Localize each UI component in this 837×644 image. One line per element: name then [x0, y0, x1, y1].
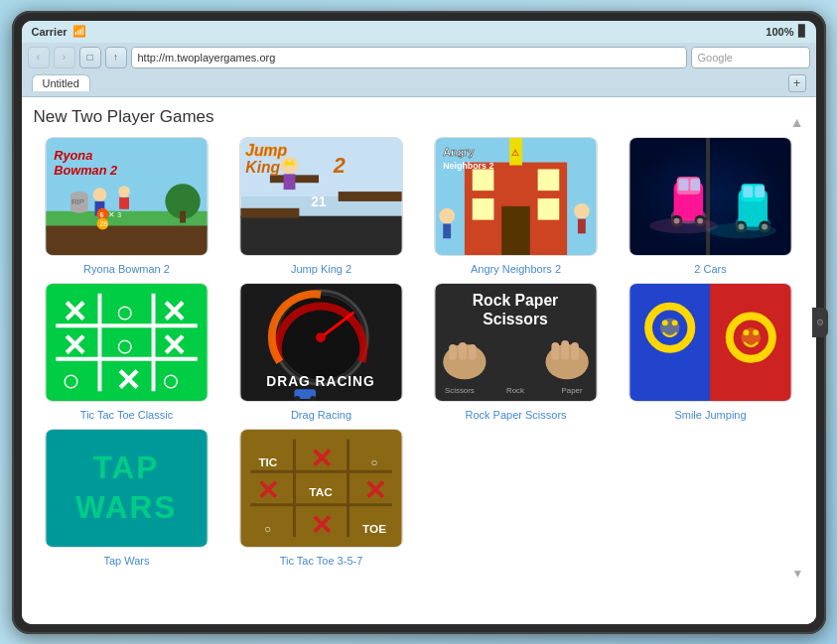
- game-card-tic-tac-toe-classic[interactable]: ✕ ○ ✕ ✕ ○ ✕ ○ ✕ ○ Tic Tac Toe Classic: [34, 283, 220, 421]
- svg-text:Neighbors 2: Neighbors 2: [443, 161, 493, 171]
- game-card-rock-paper-scissors[interactable]: Rock Paper Scissors: [423, 283, 610, 421]
- svg-rect-42: [443, 223, 451, 238]
- game-card-tap-wars[interactable]: TAP WARS Tap Wars: [34, 429, 220, 567]
- svg-text:Ryona: Ryona: [54, 147, 92, 162]
- svg-rect-37: [473, 197, 494, 219]
- back-button[interactable]: ‹: [28, 47, 50, 68]
- game-card-ryona-bowman-2[interactable]: Ryona Bowman 2 RIP 6: [34, 137, 220, 275]
- side-knob[interactable]: ⚙: [812, 308, 828, 337]
- svg-text:○: ○: [115, 295, 134, 329]
- svg-rect-102: [551, 342, 559, 360]
- ipad-frame: ⚙ Carrier 📶 100% ▊ ‹ ›: [12, 11, 826, 634]
- game-card-angry-neighbors-2[interactable]: Angry Neighbors 2 ⚠ Angry Neighbo: [423, 137, 610, 275]
- svg-text:✕: ✕: [108, 209, 115, 218]
- svg-text:21: 21: [311, 193, 327, 208]
- game-thumb-tap-wars: TAP WARS: [45, 429, 209, 548]
- svg-text:Paper: Paper: [562, 386, 583, 395]
- svg-rect-52: [679, 179, 689, 191]
- address-bar[interactable]: http://m.twoplayergames.org: [131, 47, 687, 68]
- status-bar: Carrier 📶 100% ▊: [22, 21, 816, 43]
- svg-text:✕: ✕: [310, 444, 333, 474]
- game-card-tic-tac-toe-357[interactable]: TIC ✕ ○ ✕ TAC ✕ ○ ✕ TOE: [228, 429, 415, 567]
- new-tab-icon: +: [793, 76, 801, 89]
- game-title-angry-neighbors-2: Angry Neighbors 2: [471, 263, 561, 275]
- back-icon: ‹: [37, 52, 40, 63]
- svg-rect-103: [561, 340, 569, 360]
- svg-text:Rock Paper: Rock Paper: [473, 291, 558, 308]
- game-card-drag-racing[interactable]: DRAG RACING Drag Racing: [228, 283, 415, 421]
- svg-rect-99: [469, 343, 477, 359]
- bookmarks-button[interactable]: □: [79, 47, 101, 68]
- svg-point-114: [662, 320, 668, 325]
- battery-icon: ▊: [798, 25, 806, 38]
- svg-point-43: [574, 202, 590, 218]
- empty-cell-2: [618, 429, 804, 567]
- svg-rect-21: [240, 215, 401, 254]
- content-area[interactable]: New Two Player Games ▲: [22, 97, 816, 624]
- svg-text:TOE: TOE: [362, 522, 386, 536]
- scroll-down-indicator: ▼: [792, 567, 804, 580]
- section-title: New Two Player Games: [34, 107, 214, 127]
- svg-text:DRAG RACING: DRAG RACING: [266, 374, 374, 389]
- browser-nav: ‹ › □ ↑ http://m.twoplayergames.org Goog…: [28, 47, 810, 68]
- game-title-tic-tac-toe-357: Tic Tac Toe 3-5-7: [280, 555, 363, 567]
- svg-text:✕: ✕: [62, 295, 87, 329]
- games-row-1: Ryona Bowman 2 RIP 6: [34, 137, 804, 275]
- svg-rect-4: [180, 210, 186, 222]
- share-icon: ↑: [113, 52, 118, 63]
- svg-rect-23: [339, 192, 402, 201]
- browser-tab[interactable]: Untitled: [32, 74, 90, 91]
- game-thumb-rock-paper-scissors: Rock Paper Scissors: [434, 283, 598, 402]
- svg-rect-2: [46, 225, 207, 255]
- tab-title: Untitled: [43, 77, 79, 89]
- game-card-jump-king-2[interactable]: Jump King 2 21 Jump King 2: [228, 137, 415, 275]
- svg-rect-118: [46, 430, 207, 547]
- tab-bar: Untitled +: [28, 72, 810, 92]
- svg-text:✕: ✕: [115, 363, 141, 398]
- svg-text:✕: ✕: [161, 295, 187, 329]
- svg-text:Scissors: Scissors: [445, 386, 475, 395]
- svg-text:RIP: RIP: [71, 196, 84, 205]
- svg-text:Jump: Jump: [245, 141, 287, 158]
- svg-text:○: ○: [264, 522, 271, 536]
- svg-text:TAC: TAC: [309, 484, 333, 498]
- share-button[interactable]: ↑: [105, 47, 127, 68]
- svg-text:3: 3: [117, 210, 121, 217]
- svg-rect-10: [119, 196, 129, 208]
- game-thumb-2-cars: [628, 137, 792, 256]
- game-card-2-cars[interactable]: 2 Cars: [618, 137, 804, 275]
- game-title-tap-wars: Tap Wars: [103, 555, 149, 567]
- svg-rect-36: [538, 169, 560, 191]
- svg-rect-61: [743, 186, 753, 197]
- wifi-icon: 📶: [72, 25, 86, 38]
- game-thumb-tic-tac-toe-357: TIC ✕ ○ ✕ TAC ✕ ○ ✕ TOE: [239, 429, 403, 548]
- svg-rect-97: [449, 343, 457, 359]
- svg-rect-22: [240, 207, 299, 217]
- svg-text:King: King: [245, 159, 280, 176]
- status-left: Carrier 📶: [32, 25, 86, 38]
- game-title-drag-racing: Drag Racing: [291, 409, 351, 421]
- svg-point-9: [118, 186, 130, 197]
- new-tab-button[interactable]: +: [788, 74, 806, 92]
- svg-rect-108: [629, 284, 710, 401]
- game-title-ryona-bowman-2: Ryona Bowman 2: [83, 263, 170, 275]
- games-row-2: ✕ ○ ✕ ✕ ○ ✕ ○ ✕ ○ Tic Tac Toe Classic: [34, 283, 804, 421]
- svg-text:TAP: TAP: [93, 451, 159, 485]
- search-bar[interactable]: Google: [691, 47, 810, 68]
- game-card-smile-jumping[interactable]: Smile Jumping: [618, 283, 804, 421]
- svg-text:○: ○: [161, 363, 180, 398]
- game-thumb-jump-king-2: Jump King 2 21: [239, 137, 403, 256]
- game-title-tic-tac-toe-classic: Tic Tac Toe Classic: [80, 409, 173, 421]
- svg-point-67: [649, 217, 718, 233]
- scroll-up-indicator: ▲: [790, 114, 804, 130]
- svg-text:Bowman 2: Bowman 2: [54, 163, 117, 178]
- forward-button[interactable]: ›: [54, 47, 75, 68]
- svg-text:WARS: WARS: [75, 489, 177, 524]
- bookmarks-icon: □: [86, 52, 92, 63]
- svg-point-116: [743, 329, 749, 335]
- svg-rect-26: [284, 174, 296, 190]
- svg-text:⚠: ⚠: [511, 147, 519, 157]
- svg-rect-104: [571, 342, 579, 360]
- svg-text:✕: ✕: [256, 474, 279, 505]
- svg-text:✕: ✕: [161, 327, 187, 362]
